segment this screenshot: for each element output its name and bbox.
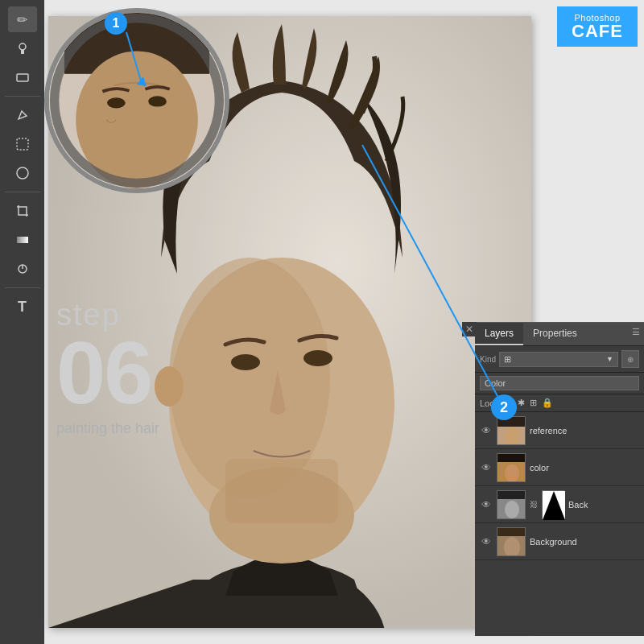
layer-row-back[interactable]: 👁 ⛓ Back [475,486,644,523]
ps-logo-inner: Photoshop CAFE [557,6,638,47]
type-tool[interactable]: T [8,294,37,320]
annotation-1: 1 [105,12,127,35]
svg-rect-33 [497,454,526,462]
layer-name-background: Background [530,537,639,547]
kind-dropdown[interactable]: ⊞ ▼ [499,352,618,367]
layer-name-back: Back [568,500,639,510]
svg-point-22 [107,97,126,108]
channel-icon[interactable]: ⊕ [621,350,639,368]
layer-mask-back [542,490,564,519]
annotation-number-1: 1 [105,12,127,35]
layer-eye-color[interactable]: 👁 [480,461,493,474]
gradient-tool[interactable] [8,227,37,253]
svg-rect-2 [17,74,28,81]
tab-properties[interactable]: Properties [523,323,587,345]
layers-panel: Layers Properties ☰ Kind ⊞ ▼ ⊕ Color Loc… [475,322,644,636]
stamp-tool[interactable] [8,35,37,61]
blend-mode-value: Color [485,378,506,388]
blend-mode-row: Color [475,373,644,394]
brush-tool[interactable]: ✏ [8,6,37,32]
layer-thumb-background [497,527,526,556]
lock-position-icon[interactable]: ✱ [518,398,525,408]
layer-eye-background[interactable]: 👁 [480,535,493,548]
layer-thumb-color [497,453,526,482]
step-number: 06 [56,332,159,412]
crop-tool[interactable] [8,198,37,224]
lock-all-icon[interactable]: 🔒 [542,398,553,408]
svg-rect-1 [21,50,24,54]
step-label: step 06 painting the hair [56,298,159,437]
toolbar-divider-3 [5,287,40,288]
channel-symbol: ⊕ [627,355,634,364]
svg-point-34 [505,464,519,482]
marquee-tool[interactable] [8,131,37,157]
svg-rect-36 [497,491,526,499]
svg-point-0 [19,43,26,50]
svg-point-37 [505,501,519,518]
annotation-2: 2 [491,394,517,420]
step-subtitle: painting the hair [56,420,159,437]
annotation-number-2: 2 [491,394,517,420]
kind-dropdown-value: ⊞ [504,354,511,365]
layer-eye-back[interactable]: 👁 [480,498,493,511]
layer-eye-reference[interactable]: 👁 [480,424,493,437]
svg-point-31 [504,427,520,445]
layer-thumb-back [497,490,526,519]
kind-label: Kind [480,355,496,364]
layer-name-color: color [530,463,639,473]
toolbar-divider-1 [5,96,40,97]
photoshop-toolbar: ✏ T [0,0,44,644]
tab-layers[interactable]: Layers [475,323,523,345]
blend-mode-dropdown[interactable]: Color [480,376,639,390]
layer-row-background[interactable]: 👁 Background [475,523,644,560]
layer-row-color[interactable]: 👁 color [475,449,644,486]
lock-artboards-icon[interactable]: ⊞ [530,398,537,408]
svg-point-23 [148,96,167,106]
panel-close-button[interactable]: ✕ [462,322,477,336]
svg-rect-4 [17,237,28,243]
layers-header: Layers Properties ☰ [475,323,644,346]
eraser-tool[interactable] [8,64,37,90]
svg-rect-3 [17,138,28,150]
svg-rect-40 [497,528,526,536]
dodge-tool[interactable] [8,256,37,282]
layer-name-reference: reference [530,426,639,436]
chevron-down-icon: ▼ [606,355,613,363]
toolbar-divider-2 [5,192,40,192]
panel-menu-icon[interactable]: ☰ [632,327,640,341]
circle-ref-image [49,13,225,188]
chain-link-icon: ⛓ [530,500,538,509]
lasso-tool[interactable] [8,160,37,186]
photoshop-cafe-logo: Photoshop CAFE [557,6,638,47]
ps-logo-bottom: CAFE [572,23,623,40]
layers-filter-row: Kind ⊞ ▼ ⊕ [475,346,644,373]
pen-tool[interactable] [8,102,37,128]
circle-reference [44,8,229,193]
